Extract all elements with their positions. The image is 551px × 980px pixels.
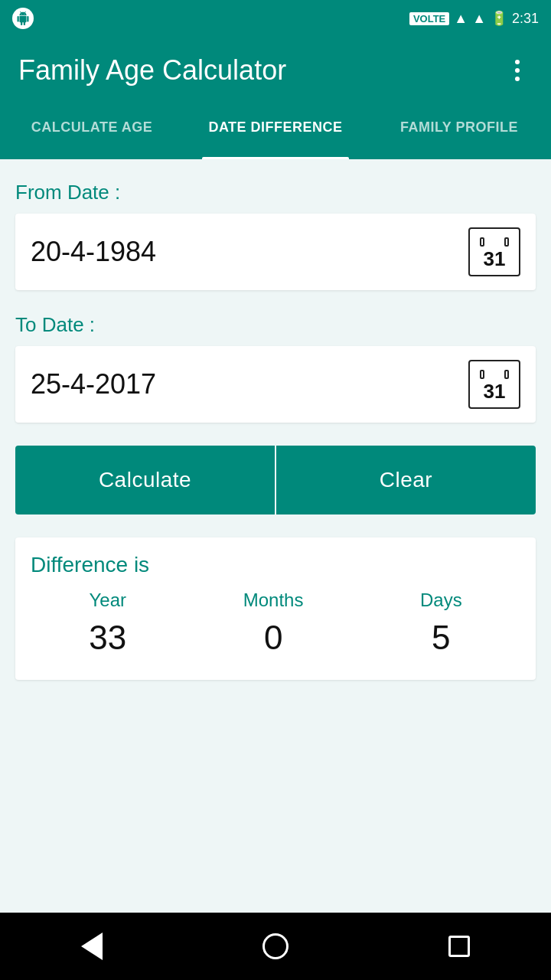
days-label: Days: [420, 590, 462, 611]
app-title: Family Age Calculator: [18, 54, 502, 87]
calculate-button[interactable]: Calculate: [15, 446, 275, 514]
months-label: Months: [243, 590, 304, 611]
result-col-months: Months 0: [243, 590, 304, 657]
result-col-year: Year 33: [89, 590, 126, 657]
back-button[interactable]: [61, 923, 122, 969]
nav-bar: [0, 913, 551, 980]
from-date-box[interactable]: 20-4-1984 31: [15, 214, 536, 290]
from-date-value: 20-4-1984: [31, 236, 156, 268]
tab-calculate-age[interactable]: CALCULATE AGE: [0, 104, 184, 159]
status-indicators: VOLTE ▲ ▲ 🔋 2:31: [409, 10, 539, 27]
clear-button[interactable]: Clear: [276, 446, 536, 514]
recents-button[interactable]: [429, 923, 490, 969]
recents-icon: [448, 936, 470, 957]
months-value: 0: [264, 619, 282, 657]
result-columns: Year 33 Months 0 Days 5: [31, 590, 520, 657]
status-left: [12, 8, 34, 29]
more-options-button[interactable]: [502, 60, 533, 81]
calendar-number2: 31: [484, 381, 506, 401]
main-content: From Date : 20-4-1984 31 To Date : 25-4-…: [0, 159, 551, 913]
action-buttons: Calculate Clear: [15, 446, 536, 514]
signal-icon: ▲: [454, 11, 468, 27]
to-date-value: 25-4-2017: [31, 368, 156, 400]
result-section: Difference is Year 33 Months 0 Days 5: [15, 537, 536, 680]
result-title: Difference is: [31, 553, 520, 577]
days-value: 5: [432, 619, 450, 657]
to-date-calendar-icon[interactable]: 31: [468, 360, 520, 409]
result-col-days: Days 5: [420, 590, 462, 657]
year-label: Year: [89, 590, 126, 611]
battery-icon: 🔋: [491, 10, 507, 27]
calendar-hook-right2: [504, 370, 509, 379]
calendar-hook-right: [504, 237, 509, 247]
status-bar: VOLTE ▲ ▲ 🔋 2:31: [0, 0, 551, 37]
calendar-number: 31: [484, 249, 506, 269]
calendar-hook-left: [480, 237, 484, 247]
year-value: 33: [89, 619, 126, 657]
calendar-hook-left2: [480, 370, 484, 379]
back-icon: [81, 933, 103, 960]
volte-badge: VOLTE: [409, 12, 449, 25]
tab-date-difference[interactable]: DATE DIFFERENCE: [184, 104, 367, 159]
home-button[interactable]: [245, 923, 306, 969]
from-date-calendar-icon[interactable]: 31: [468, 227, 520, 276]
to-date-label: To Date :: [15, 313, 536, 337]
signal-icon2: ▲: [472, 11, 486, 27]
home-icon: [262, 933, 289, 959]
app-bar: Family Age Calculator: [0, 37, 551, 104]
time-display: 2:31: [512, 11, 539, 27]
tab-bar: CALCULATE AGE DATE DIFFERENCE FAMILY PRO…: [0, 104, 551, 159]
from-date-label: From Date :: [15, 181, 536, 204]
android-icon: [12, 8, 34, 29]
tab-family-profile[interactable]: FAMILY PROFILE: [367, 104, 551, 159]
to-date-box[interactable]: 25-4-2017 31: [15, 346, 536, 423]
